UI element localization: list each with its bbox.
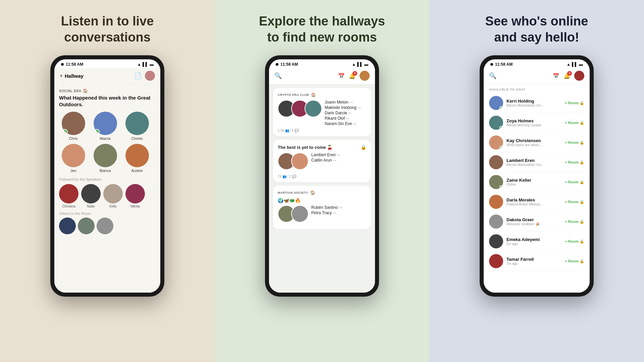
- camera-dot-2: [276, 63, 278, 66]
- chat-item[interactable]: Zoya HolmesMinute Morning Update+ Room 🔒: [484, 113, 590, 133]
- search-icon-2[interactable]: 🔍: [274, 72, 282, 79]
- battery-icon-2: ▬: [364, 62, 368, 67]
- status-time-2: 11:58 AM: [280, 62, 298, 67]
- wifi-icon: ▲: [137, 62, 141, 67]
- chat-avatar: [489, 116, 503, 130]
- phone-2: 11:58 AM ▲ ▌▌ ▬ 🔍 📅 🔔 5: [265, 55, 379, 297]
- chat-info: Darla MoralesPolitical Action Meetup...: [506, 197, 561, 206]
- panel-3-title: See who's online and say hello!: [485, 13, 588, 45]
- room-card[interactable]: The best is yet to come 🍒🔒Lambert Eren ·…: [273, 140, 371, 182]
- speaker-item[interactable]: ✓Chris: [59, 112, 88, 140]
- followed-row: ChristinaNaiteKellyNikola: [59, 184, 156, 208]
- speaker-name-row: Rubén Santino ···: [311, 205, 366, 210]
- room-title: What Happened this week in the Great Out…: [59, 95, 156, 108]
- others-row: [59, 218, 156, 234]
- followed-label: Followed by the Speakers: [59, 177, 156, 181]
- chat-item[interactable]: Kay ChristensenWhat topics are taboo...+…: [484, 133, 590, 153]
- speaker-item[interactable]: Christo: [123, 112, 151, 140]
- chat-info: Dakota GreerWelcome newbies! 🎉: [506, 217, 561, 226]
- chat-info: Kay ChristensenWhat topics are taboo...: [506, 138, 561, 147]
- panel-2-title: Explore the hallways to find new rooms: [259, 13, 385, 45]
- calendar-icon-3[interactable]: 📅: [553, 73, 559, 79]
- room-link[interactable]: + Room 🔒: [565, 220, 584, 224]
- speaker-name: Austrie: [131, 169, 143, 173]
- speaker-name-row: Darin Darcie ···: [325, 111, 366, 115]
- other-avatar: [59, 218, 76, 234]
- speaker-item[interactable]: Jen: [59, 144, 88, 173]
- online-indicator: [499, 185, 503, 189]
- followed-item[interactable]: Nikola: [125, 184, 145, 208]
- room-link[interactable]: + Room 🔒: [565, 140, 584, 145]
- hallway-label: Hallway: [65, 73, 84, 79]
- chat-avatar: [489, 96, 503, 110]
- room-content-row: Joann Melvin ···Makinde Iniobong ···Dari…: [278, 100, 366, 127]
- chat-person-name: Zaine Keller: [506, 178, 561, 183]
- panel-1-title: Listen in to live conversations: [61, 13, 154, 45]
- room-link[interactable]: + Room 🔒: [565, 239, 584, 244]
- p3-topbar: 🔍 📅 🔔 5: [484, 68, 590, 84]
- p1-header: ∨ Hallway 📄: [54, 68, 160, 84]
- speaker-badge: ✓: [62, 129, 68, 134]
- chat-sub-text: 5m ago: [506, 242, 560, 246]
- room-link[interactable]: + Room 🔒: [565, 180, 584, 184]
- chat-sub-text: Welcome newbies! 🎉: [506, 222, 560, 226]
- online-indicator: [499, 126, 503, 129]
- speaker-name-row: Lambert Eren ···: [311, 153, 366, 157]
- chat-sub-text: 7m ago: [506, 262, 560, 265]
- club-label: SOCIAL ERA 🏠: [59, 88, 156, 93]
- room-stats: 74 👥 / 2 💬: [278, 175, 366, 178]
- speaker-name-row: Naram-Sin Eve ···: [325, 121, 366, 126]
- others-label: Others in the Room: [59, 212, 156, 216]
- speaker-pics: [278, 153, 305, 170]
- search-icon-3[interactable]: 🔍: [489, 72, 496, 79]
- room-link[interactable]: + Room 🔒: [565, 160, 584, 165]
- online-indicator: [499, 146, 503, 149]
- p3-content: AVAILABLE TO CHAT Kerri HoldingBitcoin M…: [484, 84, 590, 293]
- signal-icon-3: ▌▌: [572, 62, 578, 67]
- speaker-name-row: Caitlin Arun ···: [311, 158, 366, 163]
- room-stats: 1.3k 👥 / 5 💬: [278, 129, 366, 132]
- chat-sub-text: Bitcoin Maximalists Uni...: [506, 104, 560, 107]
- followed-item[interactable]: Naite: [81, 184, 101, 208]
- chat-person-name: Dakota Greer: [506, 217, 561, 222]
- speaker-names-list: Joann Melvin ···Makinde Iniobong ···Dari…: [325, 100, 366, 127]
- chat-item[interactable]: Lambert ErenBitcoin Maximalists Uni...+ …: [484, 153, 590, 172]
- chat-item[interactable]: Zaine KellerOnline+ Room 🔒: [484, 172, 590, 192]
- chat-item[interactable]: Dakota GreerWelcome newbies! 🎉+ Room 🔒: [484, 212, 590, 232]
- chat-avatar: [489, 155, 503, 169]
- room-link[interactable]: + Room 🔒: [565, 200, 584, 204]
- speaker-item[interactable]: Austrie: [123, 144, 151, 173]
- room-link[interactable]: + Room 🔒: [565, 101, 584, 105]
- club-name: MARTIAN SOCIETY: [278, 191, 308, 194]
- status-bar-1: 11:58 AM ▲ ▌▌ ▬: [54, 59, 160, 68]
- calendar-icon-2[interactable]: 📅: [338, 73, 345, 79]
- p2-topbar: 🔍 📅 🔔 5: [269, 68, 375, 84]
- chat-item[interactable]: Emeka Adeyemi5m ago+ Room 🔒: [484, 232, 590, 251]
- speakers-grid: ✓Chris✓MazzaChristoJenBiancaAustrie: [59, 112, 156, 173]
- followed-item[interactable]: Kelly: [103, 184, 123, 208]
- user-avatar-3[interactable]: [574, 71, 584, 81]
- room-card[interactable]: MARTIAN SOCIETY🏠🌍🦋🐲🔥Rubén Santino ···Pet…: [273, 186, 371, 229]
- chat-info: Zoya HolmesMinute Morning Update: [506, 118, 561, 127]
- chat-item[interactable]: Tamar Farrell7m ago+ Room 🔒: [484, 251, 590, 271]
- chat-person-name: Kay Christensen: [506, 138, 561, 143]
- user-avatar[interactable]: [145, 71, 155, 81]
- user-avatar-2[interactable]: [360, 71, 370, 81]
- chevron-icon: ∨: [60, 73, 63, 78]
- followed-item[interactable]: Christina: [59, 184, 78, 208]
- room-link[interactable]: + Room 🔒: [565, 121, 584, 125]
- speaker-item[interactable]: ✓Mazza: [91, 112, 119, 140]
- room-link[interactable]: + Room 🔒: [565, 259, 584, 263]
- speaker-item[interactable]: Bianca: [91, 144, 119, 173]
- room-card[interactable]: CRYPTO ERA CLUB🏠Joann Melvin ···Makinde …: [273, 88, 371, 136]
- room-title-row: The best is yet to come 🍒🔒: [278, 144, 366, 150]
- chat-item[interactable]: Kerri HoldingBitcoin Maximalists Uni...+…: [484, 93, 590, 113]
- speaker-badge: ✓: [94, 129, 100, 134]
- chat-item[interactable]: Darla MoralesPolitical Action Meetup...+…: [484, 192, 590, 212]
- notification-badge-3: 5: [567, 71, 572, 76]
- chat-avatar: [489, 234, 503, 248]
- speaker-name-row: Rikard Olof ···: [325, 116, 366, 121]
- doc-icon[interactable]: 📄: [134, 72, 142, 79]
- hallway-back[interactable]: ∨ Hallway: [60, 73, 84, 79]
- panel-online: See who's online and say hello! 11:58 AM…: [429, 0, 644, 362]
